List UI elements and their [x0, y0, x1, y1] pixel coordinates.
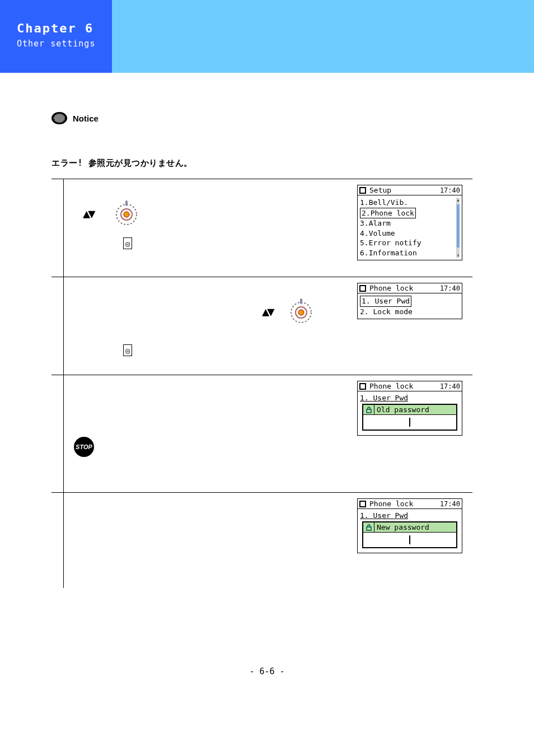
- step-body: ▲▼ ◎: [64, 277, 355, 375]
- step-screen: Phone lock 17:40 1. User Pwd New passwor…: [355, 493, 472, 588]
- screen-phonelock-old: Phone lock 17:40 1. User Pwd Old passwor…: [357, 381, 462, 436]
- page-header: Chapter 6 Other settings: [0, 0, 534, 73]
- text-cursor: [409, 418, 410, 427]
- svg-point-2: [124, 212, 129, 217]
- svg-rect-3: [125, 200, 128, 206]
- password-box: New password: [362, 521, 457, 548]
- updown-icon: ▲▼: [83, 207, 93, 221]
- menu-item: 4.Volume: [360, 228, 455, 239]
- screen-time: 17:40: [440, 186, 460, 194]
- step-number-cell: [51, 277, 64, 375]
- menu-item: 3.Alarm: [360, 218, 455, 228]
- notice-row: Notice: [51, 112, 495, 124]
- menu-item: 5.Error notify: [360, 238, 455, 248]
- menu-list: 1.Bell/Vib. 2.Phone lock 3.Alarm 4.Volum…: [360, 198, 455, 258]
- scroll-down-icon: ↓: [457, 253, 460, 258]
- stop-icon: STOP: [74, 437, 94, 457]
- screen-title: Phone lock: [368, 500, 438, 508]
- text-cursor: [409, 535, 410, 544]
- app-icon: [359, 501, 366, 507]
- step-screen: Setup 17:40 1.Bell/Vib. 2.Phone lock 3.A…: [355, 179, 472, 277]
- screen-title: Phone lock: [368, 382, 438, 390]
- step-number-cell: [51, 179, 64, 277]
- step-row-2: ▲▼ ◎ Phone lock 17:40: [51, 277, 472, 375]
- updown-icon: ▲▼: [262, 305, 273, 319]
- step-screen: Phone lock 17:40 1. User Pwd Old passwor…: [355, 375, 472, 492]
- step-body: [64, 493, 355, 588]
- screen-phonelock-new: Phone lock 17:40 1. User Pwd New passwor…: [357, 498, 462, 553]
- password-box: Old password: [362, 404, 457, 431]
- app-icon: [359, 285, 366, 292]
- password-label: New password: [374, 522, 456, 532]
- screen-time: 17:40: [440, 284, 460, 292]
- step-row-4: Phone lock 17:40 1. User Pwd New passwor…: [51, 493, 472, 588]
- screen-title: Setup: [368, 186, 438, 194]
- chapter-subtitle: Other settings: [17, 39, 112, 49]
- steps-table: ▲▼ ◎ Setup 17:40: [51, 179, 472, 588]
- chapter-title: Chapter 6: [17, 21, 112, 35]
- scrollbar: ▴ ↓: [456, 198, 460, 258]
- step-row-3: STOP Phone lock 17:40 1. User Pwd: [51, 375, 472, 493]
- app-icon: [359, 187, 366, 194]
- step-row-1: ▲▼ ◎ Setup 17:40: [51, 179, 472, 277]
- notice-label: Notice: [73, 114, 99, 123]
- confirm-button-icon: ◎: [123, 344, 132, 356]
- svg-rect-8: [367, 409, 371, 413]
- step-body: STOP: [64, 375, 355, 492]
- password-field[interactable]: [363, 415, 456, 430]
- screen-phonelock-menu: Phone lock 17:40 1. User Pwd 2. Lock mod…: [357, 283, 462, 319]
- screen-time: 17:40: [440, 500, 460, 508]
- screen-title: Phone lock: [368, 284, 438, 292]
- screen-setup: Setup 17:40 1.Bell/Vib. 2.Phone lock 3.A…: [357, 185, 462, 260]
- menu-item: 1.Bell/Vib.: [360, 198, 455, 208]
- joystick-icon: [287, 297, 315, 325]
- step-number-cell: [51, 375, 64, 492]
- step-body: ▲▼ ◎: [64, 179, 355, 277]
- breadcrumb: 1. User Pwd: [360, 394, 460, 402]
- header-left: Chapter 6 Other settings: [0, 0, 112, 73]
- scroll-thumb: [457, 204, 460, 248]
- menu-item: 6.Information: [360, 248, 455, 258]
- password-label: Old password: [374, 405, 456, 414]
- scroll-up-icon: ▴: [457, 198, 460, 203]
- step-screen: Phone lock 17:40 1. User Pwd 2. Lock mod…: [355, 277, 472, 375]
- error-text: エラー! 参照元が見つかりません。: [51, 158, 495, 169]
- lock-icon: [363, 405, 374, 414]
- lock-icon: [363, 522, 374, 532]
- svg-rect-7: [300, 298, 302, 304]
- svg-point-6: [298, 310, 304, 315]
- menu-item: 2. Lock mode: [360, 307, 460, 317]
- breadcrumb: 1. User Pwd: [360, 511, 460, 520]
- confirm-button-icon: ◎: [123, 237, 132, 249]
- menu-item-selected: 1. User Pwd: [360, 296, 411, 307]
- password-field[interactable]: [363, 533, 456, 547]
- screen-time: 17:40: [440, 382, 460, 390]
- joystick-icon: [113, 199, 140, 227]
- menu-item-selected: 2.Phone lock: [360, 208, 416, 219]
- svg-rect-9: [367, 527, 371, 530]
- step-number-cell: [51, 493, 64, 588]
- app-icon: [359, 383, 366, 390]
- page-number: - 6-6 -: [39, 666, 495, 699]
- notice-icon: [51, 112, 67, 124]
- header-right: [112, 0, 534, 73]
